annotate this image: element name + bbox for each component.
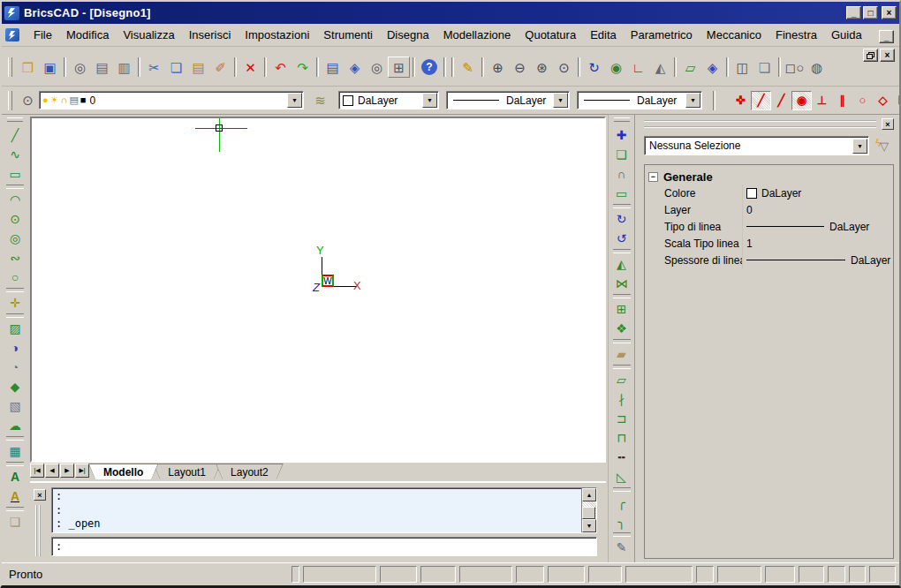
offset-icon[interactable]: ▭ bbox=[611, 184, 632, 203]
section-header-generale[interactable]: − Generale bbox=[647, 169, 891, 185]
scroll-down-icon[interactable]: ▼ bbox=[582, 519, 596, 532]
copy-entities-icon[interactable]: ❏ bbox=[611, 145, 632, 164]
selection-combo[interactable]: Nessuna Selezione ▼ bbox=[644, 136, 869, 155]
filter-button[interactable]: ϟ ▽ bbox=[873, 136, 894, 155]
toolbar-grip[interactable] bbox=[614, 117, 630, 122]
cut-icon[interactable]: ✂ bbox=[143, 57, 165, 78]
circle-icon[interactable]: ⊙ bbox=[4, 209, 26, 229]
point-icon[interactable]: ✛ bbox=[4, 293, 26, 313]
linetype-combo[interactable]: DaLayer ▼ bbox=[446, 91, 570, 109]
polyline-icon[interactable]: ∿ bbox=[4, 145, 26, 164]
menu-item[interactable]: Finestra bbox=[768, 26, 824, 44]
status-panel[interactable] bbox=[548, 566, 585, 583]
close-button[interactable]: × bbox=[882, 6, 897, 19]
mtext-icon[interactable]: A bbox=[4, 467, 26, 486]
array-icon[interactable]: ⊞ bbox=[611, 299, 632, 319]
snap-point-icon[interactable]: ✜ bbox=[731, 91, 751, 110]
menu-item[interactable]: Impostazioni bbox=[238, 26, 316, 44]
toolbar-grip[interactable] bbox=[8, 91, 12, 110]
maximize-button[interactable]: □ bbox=[863, 6, 878, 19]
scrollbar-thumb[interactable] bbox=[582, 507, 595, 519]
hatch-icon[interactable]: ▨ bbox=[4, 319, 26, 338]
mdi-restore-button[interactable] bbox=[863, 49, 878, 62]
menu-item[interactable]: File bbox=[26, 26, 59, 44]
ellipse-icon[interactable]: ○ bbox=[4, 268, 26, 287]
chevron-down-icon[interactable]: ▼ bbox=[685, 93, 700, 108]
color-combo[interactable]: DaLayer ▼ bbox=[338, 91, 439, 109]
property-row[interactable]: Spessore di linea DaLayer bbox=[647, 252, 891, 268]
extend-icon[interactable]: ⊐ bbox=[611, 409, 632, 428]
spline-icon[interactable]: ∾ bbox=[4, 248, 26, 268]
redo-icon[interactable]: ↷ bbox=[292, 57, 314, 78]
scroll-up-icon[interactable]: ▲ bbox=[582, 488, 596, 501]
stretch-icon[interactable]: ▱ bbox=[611, 370, 632, 389]
snap-parallel-icon[interactable]: ∥ bbox=[832, 91, 852, 110]
layers-icon[interactable]: ≋ bbox=[309, 90, 331, 111]
lineweight-combo[interactable]: DaLayer ▼ bbox=[577, 91, 702, 109]
property-row[interactable]: Tipo di linea DaLayer bbox=[647, 218, 891, 235]
layout-tab[interactable]: Modello bbox=[88, 464, 158, 479]
mdi-close-button[interactable]: × bbox=[880, 49, 895, 62]
line-icon[interactable]: ╱ bbox=[4, 125, 26, 145]
find-icon[interactable]: ◎ bbox=[366, 57, 388, 78]
menu-item[interactable]: Parametrico bbox=[624, 26, 700, 44]
offset-curve-icon[interactable]: ∩ bbox=[611, 164, 632, 184]
status-panel[interactable] bbox=[303, 566, 376, 583]
properties-icon[interactable]: ▤ bbox=[322, 57, 344, 78]
layer-explorer-icon[interactable]: ⊙ bbox=[17, 90, 39, 111]
region-icon[interactable]: ◆ bbox=[4, 377, 26, 396]
status-panel[interactable] bbox=[799, 566, 824, 583]
trim-icon[interactable]: ∤ bbox=[611, 389, 632, 409]
snap-insertion-icon[interactable]: ❒ bbox=[893, 91, 901, 110]
snap-center-icon[interactable]: ◉ bbox=[791, 91, 812, 110]
menu-item[interactable]: Guida bbox=[824, 26, 869, 44]
copy-icon[interactable]: ❏ bbox=[165, 57, 187, 78]
layout-tab[interactable]: Layout2 bbox=[216, 464, 284, 479]
status-panel[interactable] bbox=[459, 566, 512, 583]
status-panel[interactable] bbox=[696, 566, 714, 583]
minimize-button[interactable]: _ bbox=[846, 6, 861, 19]
chevron-down-icon[interactable]: ▼ bbox=[287, 93, 302, 108]
snap-midpoint-icon[interactable]: ╱ bbox=[771, 91, 791, 110]
chamfer-icon[interactable]: ◺ bbox=[611, 467, 632, 486]
command-scrollbar[interactable]: ▲ ▼ bbox=[581, 488, 596, 532]
scrollbar-track[interactable] bbox=[582, 501, 596, 519]
open-icon[interactable]: ❒ bbox=[17, 57, 39, 78]
menu-item[interactable]: Inserisci bbox=[182, 26, 238, 44]
rotate-3d-icon[interactable]: ↺ bbox=[611, 229, 632, 248]
ucs-axes-icon[interactable]: ∟ bbox=[627, 57, 649, 78]
rotate-icon[interactable]: ↻ bbox=[611, 209, 632, 229]
text-icon[interactable]: A bbox=[4, 486, 26, 506]
array-3d-icon[interactable]: ❖ bbox=[611, 319, 632, 338]
boundary-icon[interactable]: ◔ bbox=[4, 358, 26, 377]
command-grip[interactable] bbox=[35, 505, 41, 556]
help-icon[interactable]: ? bbox=[421, 59, 437, 75]
named-views-icon[interactable]: ◭ bbox=[649, 57, 671, 78]
tab-prev-button[interactable]: ◀ bbox=[45, 464, 59, 478]
zoom-out-icon[interactable]: ⊖ bbox=[509, 57, 531, 78]
status-panel[interactable] bbox=[828, 566, 845, 583]
tab-last-button[interactable]: ▶| bbox=[75, 464, 89, 478]
drawing-explorer-icon[interactable]: ◈ bbox=[344, 57, 366, 78]
undo-icon[interactable]: ↶ bbox=[269, 57, 292, 78]
save-icon[interactable]: ▣ bbox=[39, 57, 61, 78]
tab-first-button[interactable]: |◀ bbox=[30, 464, 44, 478]
toolbar-grip[interactable] bbox=[8, 57, 12, 77]
move-icon[interactable]: ✚ bbox=[611, 125, 632, 145]
options-icon[interactable]: ⊞ bbox=[388, 57, 410, 78]
drawing-canvas[interactable]: Y X Z W bbox=[30, 117, 606, 463]
group-icon[interactable]: ◻○ bbox=[784, 57, 806, 78]
explode-icon[interactable]: ▰ bbox=[611, 344, 632, 364]
fillet-edge-icon[interactable]: ╮ bbox=[611, 512, 632, 531]
menu-item[interactable]: Visualizza bbox=[116, 26, 181, 44]
status-panel[interactable] bbox=[588, 566, 622, 583]
status-panel[interactable] bbox=[420, 566, 456, 583]
publish-icon[interactable]: ▥ bbox=[113, 57, 135, 78]
menu-item[interactable]: Disegna bbox=[380, 26, 436, 44]
paste-icon[interactable]: ▤ bbox=[187, 57, 209, 78]
mdi-minimize-button[interactable]: _ bbox=[879, 30, 894, 43]
insert-block-icon[interactable]: ❏ bbox=[4, 512, 26, 531]
snap-quadrant-icon[interactable]: ◇ bbox=[873, 91, 893, 110]
fillet-icon[interactable]: ╭ bbox=[611, 493, 632, 512]
status-panel[interactable] bbox=[849, 566, 866, 583]
